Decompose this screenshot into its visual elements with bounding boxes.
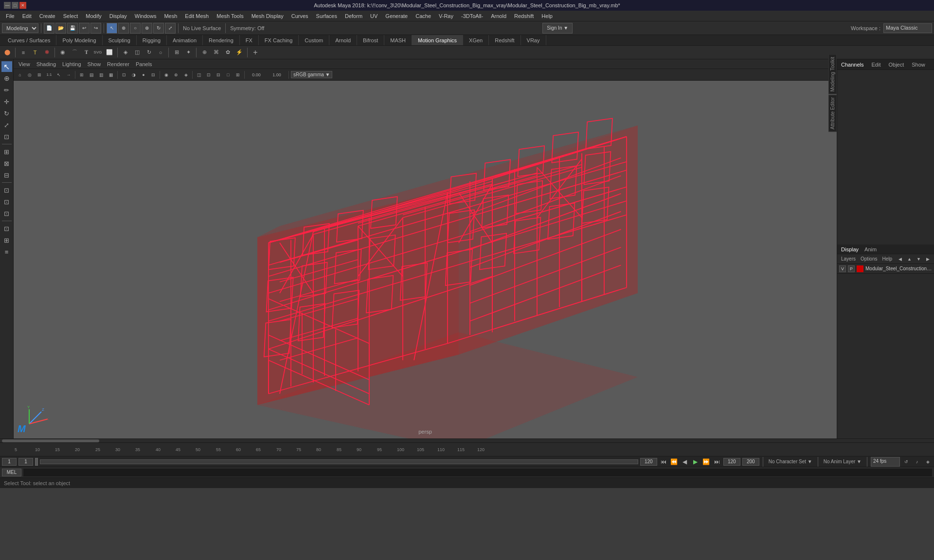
tab-fx-caching[interactable]: FX Caching [259, 35, 299, 45]
vp-lights-btn[interactable]: ⊕ [172, 70, 180, 79]
rotate-tool-btn[interactable]: ↻ [1, 108, 12, 119]
paint-btn[interactable]: ○ [130, 23, 141, 34]
menu-curves[interactable]: Curves [287, 12, 312, 20]
nfluid-btn[interactable]: ✿ [222, 47, 233, 58]
vp-cam-btn[interactable]: ◎ [25, 70, 34, 79]
loop-btn[interactable]: ↺ [902, 457, 911, 466]
viewport-menu-lighting[interactable]: Lighting [59, 60, 84, 68]
menu-mesh[interactable]: Mesh [160, 12, 181, 20]
sphere-btn[interactable]: ◉ [57, 47, 68, 58]
options-btn[interactable]: Options [859, 255, 879, 262]
menu-create[interactable]: Create [36, 12, 59, 20]
menu-arnold[interactable]: Arnold [487, 12, 510, 20]
frame-range-slider[interactable] [40, 459, 638, 464]
mel-label[interactable]: MEL [2, 469, 21, 476]
tab-mash[interactable]: MASH [384, 35, 412, 45]
audio-btn[interactable]: ♪ [913, 457, 921, 466]
go-to-start-btn[interactable]: ⏮ [659, 457, 668, 466]
vp-bones-btn[interactable]: ⊡ [204, 70, 213, 79]
menu-surfaces[interactable]: Surfaces [312, 12, 341, 20]
tab-xgen[interactable]: XGen [463, 35, 489, 45]
vp-resolution-btn[interactable]: 1:1 [45, 70, 54, 79]
viewport-menu-view[interactable]: View [16, 60, 33, 68]
menu-file[interactable]: File [2, 12, 18, 20]
node4-btn[interactable]: ○ [155, 47, 166, 58]
channels-tab[interactable]: Channels [839, 61, 865, 69]
component-select-btn[interactable]: ⊕ [1, 73, 12, 84]
vp-wire-btn[interactable]: ⊡ [120, 70, 128, 79]
viewport-menu-renderer[interactable]: Renderer [104, 60, 132, 68]
end-frame-input[interactable] [640, 458, 657, 466]
vp-arrow2-btn[interactable]: → [64, 70, 73, 79]
menu-select[interactable]: Select [59, 12, 82, 20]
tab-redshift[interactable]: Redshift [489, 35, 521, 45]
no-anim-layer-label[interactable]: No Anim Layer ▼ [822, 459, 863, 464]
menu-modify[interactable]: Modify [82, 12, 105, 20]
vp-grid-btn[interactable]: ⊞ [35, 70, 44, 79]
layer-help-btn[interactable]: Help [880, 255, 894, 262]
light-btn[interactable]: ✦ [183, 47, 194, 58]
list-btn[interactable]: ≡ [1, 246, 12, 257]
tab-animation[interactable]: Animation [167, 35, 203, 45]
menu-edit[interactable]: Edit [18, 12, 36, 20]
menu-mesh-display[interactable]: Mesh Display [248, 12, 287, 20]
lightning-btn[interactable]: ⚡ [234, 47, 245, 58]
move-tool-btn[interactable]: ✛ [1, 96, 12, 107]
node3-btn[interactable]: ↻ [144, 47, 154, 58]
anim-tab[interactable]: Anim [862, 245, 879, 253]
redo-btn[interactable]: ↪ [90, 23, 101, 34]
vp-region-btn[interactable]: □ [224, 70, 233, 79]
layer-name[interactable]: Modular_Steel_Construction_E [865, 266, 932, 271]
vp-layout3-btn[interactable]: ▥ [97, 70, 106, 79]
text-t-btn[interactable]: T [30, 47, 40, 58]
menu-vray[interactable]: V-Ray [435, 12, 457, 20]
save-file-btn[interactable]: 💾 [67, 23, 78, 34]
lasso-btn[interactable]: ⊕ [118, 23, 129, 34]
frame-slider-thumb[interactable] [35, 458, 38, 466]
tab-sculpting[interactable]: Sculpting [103, 35, 137, 45]
timeline-area[interactable]: 5 10 15 20 25 30 35 40 45 50 55 60 65 70… [0, 442, 934, 456]
vp-isolate-btn[interactable]: ◉ [162, 70, 171, 79]
snap-to-grid-btn[interactable]: ⊠ [1, 158, 12, 169]
add-btn[interactable]: + [250, 47, 261, 58]
menu-deform[interactable]: Deform [341, 12, 366, 20]
layer-nav-right[interactable]: ▶ [924, 255, 932, 263]
tab-motion-graphics[interactable]: Motion Graphics [412, 35, 463, 45]
select-arrow-btn[interactable]: ↖ [1, 61, 12, 72]
modeling-toolkit-tab[interactable]: Modeling Toolkit [828, 54, 837, 94]
start-frame-input[interactable] [2, 458, 17, 466]
rotate-btn[interactable]: ↻ [153, 23, 164, 34]
vp-layout4-btn[interactable]: ▦ [107, 70, 115, 79]
show-tab[interactable]: Show [910, 61, 927, 69]
workspace-type-dropdown[interactable]: Maya Classic [883, 23, 932, 33]
tab-rigging[interactable]: Rigging [137, 35, 167, 45]
curve-tool-btn[interactable]: ⌒ [69, 47, 80, 58]
node2-btn[interactable]: ◫ [132, 47, 143, 58]
vp-shade-btn[interactable]: ◑ [129, 70, 138, 79]
edit-tab[interactable]: Edit [869, 61, 882, 69]
cube-btn[interactable]: ⬜ [104, 47, 115, 58]
soft-select-btn[interactable]: ⊞ [1, 146, 12, 157]
3d-viewport[interactable]: persp M Z X Y [14, 81, 837, 438]
viewport-menu-show[interactable]: Show [85, 60, 104, 68]
last-tool-btn[interactable]: ⊡ [1, 131, 12, 142]
close-btn[interactable]: ✕ [19, 2, 26, 9]
no-char-set-label[interactable]: No Character Set ▼ [767, 459, 814, 464]
menu-redshift[interactable]: Redshift [510, 12, 538, 20]
layer-nav-left[interactable]: ◀ [896, 255, 904, 263]
menu-mesh-tools[interactable]: Mesh Tools [213, 12, 247, 20]
undo-btn[interactable]: ↩ [79, 23, 90, 34]
move-btn[interactable]: ⊕ [142, 23, 152, 34]
gamma-value-field[interactable]: 1.00 [267, 70, 287, 79]
sign-in-btn[interactable]: Sign In ▼ [542, 23, 573, 34]
menu-3dto[interactable]: -3DToAll- [457, 12, 487, 20]
tab-bifrost[interactable]: Bifrost [357, 35, 384, 45]
fps-dropdown[interactable]: 24 fps [871, 457, 900, 467]
grid-btn[interactable]: ⊞ [1, 235, 12, 245]
snap-to-curve-btn[interactable]: ⊟ [1, 170, 12, 180]
vp-layout1-btn[interactable]: ⊞ [77, 70, 86, 79]
maximize-btn[interactable]: □ [12, 2, 18, 9]
tab-curves-surfaces[interactable]: Curves / Surfaces [2, 35, 56, 45]
step-back-btn[interactable]: ⏪ [670, 457, 679, 466]
tab-arnold[interactable]: Arnold [329, 35, 357, 45]
